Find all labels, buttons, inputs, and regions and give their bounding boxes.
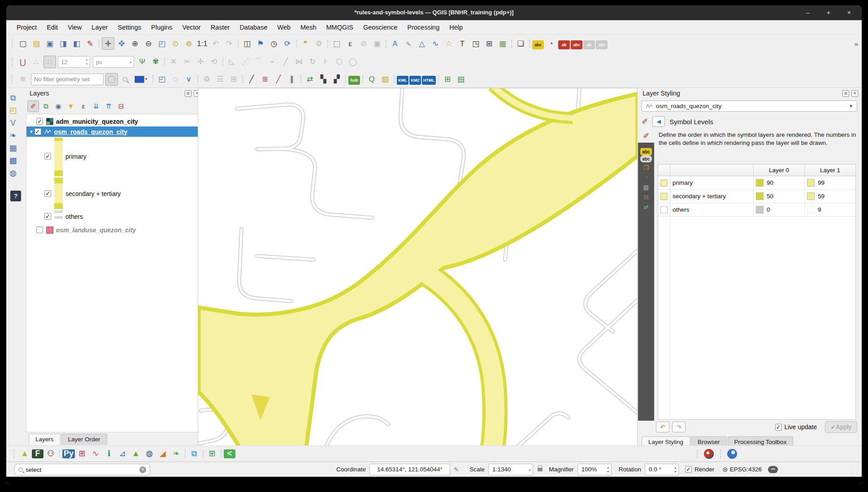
rule-item-secondary[interactable]: ✓ secondary + tertiary bbox=[26, 188, 203, 199]
fusion-plugin-icon[interactable]: F bbox=[32, 449, 43, 458]
marker-annotation-icon[interactable]: ☆ bbox=[443, 37, 455, 50]
layer1-cell[interactable]: 59 bbox=[805, 190, 855, 203]
grid-green-icon[interactable]: ⊞ bbox=[441, 73, 454, 85]
wrench-icon[interactable]: ⚙ bbox=[200, 73, 213, 85]
form-annotation-icon[interactable]: ⊞ bbox=[483, 37, 495, 50]
rule-checkbox[interactable]: ✓ bbox=[44, 213, 51, 220]
form-view-icon[interactable]: ⊞ bbox=[227, 73, 240, 85]
image-annotation-icon[interactable]: ▦ bbox=[496, 37, 509, 50]
rule-item-primary[interactable]: ✓ primary bbox=[26, 151, 203, 161]
open-styling-dock-icon[interactable]: ✐ bbox=[27, 100, 39, 112]
python-console-icon[interactable]: Py bbox=[62, 449, 75, 458]
show-hidden-labels-icon[interactable]: ab bbox=[583, 40, 595, 49]
line-annotation-icon[interactable]: ∿ bbox=[429, 37, 442, 50]
expand-arrow-icon[interactable]: ▾ bbox=[30, 129, 33, 135]
menu-item[interactable]: Web bbox=[272, 22, 295, 33]
reshape-icon[interactable]: ⌁ bbox=[266, 56, 278, 68]
save-project-icon[interactable]: ▣ bbox=[43, 37, 56, 50]
new-virtual-layer-icon[interactable]: ▦ bbox=[7, 142, 19, 154]
set-square-icon[interactable]: ◺ bbox=[226, 56, 238, 68]
swap-datasource-icon[interactable]: ⇄ bbox=[304, 73, 316, 85]
menu-item[interactable]: Help bbox=[444, 22, 468, 33]
attributes-form-icon[interactable]: ⊟ bbox=[640, 192, 652, 202]
menu-item[interactable]: Raster bbox=[206, 22, 235, 33]
filter-expression-icon[interactable]: ε bbox=[78, 100, 89, 112]
table-row[interactable]: others 0 9 bbox=[658, 203, 855, 217]
new-print-layout-icon[interactable]: ◨ bbox=[57, 37, 69, 50]
diagrams-icon[interactable]: ◔ bbox=[545, 38, 557, 50]
manage-themes-icon[interactable]: ◉ bbox=[52, 100, 64, 112]
undock-panel-icon[interactable]: ⧉ bbox=[842, 90, 849, 97]
resize-grip[interactable]: ⋮⋮ bbox=[850, 470, 860, 475]
checker-b-icon[interactable]: ▞ bbox=[330, 73, 343, 85]
rotate-features-icon[interactable]: ⟲ bbox=[208, 56, 220, 68]
plot-plugin-icon[interactable]: ⊿ bbox=[116, 447, 129, 460]
table-row[interactable]: secondary + tertiary 50 59 bbox=[658, 190, 855, 203]
zoom-to-selection-icon[interactable]: ⊙ bbox=[169, 37, 182, 50]
live-update-checkbox[interactable]: ✓ bbox=[775, 424, 782, 431]
pan-to-selection-icon[interactable]: ✜ bbox=[115, 37, 128, 50]
cut-features-icon[interactable]: ✂ bbox=[181, 56, 193, 68]
menu-item[interactable]: Database bbox=[234, 22, 272, 33]
extent-pen-icon[interactable]: ✎ bbox=[454, 466, 459, 473]
select-features-icon[interactable]: ⬚ bbox=[330, 37, 343, 50]
menu-item[interactable]: Vector bbox=[178, 22, 206, 33]
magnifier-spinbox[interactable]: 100%▲▼ bbox=[577, 464, 612, 475]
color-swatch-dropdown[interactable]: ▼ bbox=[132, 73, 150, 86]
rendering-icon[interactable]: ▨ bbox=[640, 182, 652, 192]
labels-icon[interactable]: abc bbox=[640, 148, 652, 155]
delta-plugin-icon[interactable]: ▲ bbox=[18, 448, 31, 460]
layer-item-osm-roads[interactable]: ▾ ✓ osm_roads_quezon_city bbox=[26, 126, 203, 137]
rotation-spinbox[interactable]: 0.0 °▲▼ bbox=[645, 464, 679, 475]
menu-item[interactable]: Processing bbox=[403, 22, 445, 33]
split-features-icon[interactable]: ╱ bbox=[279, 56, 292, 68]
trim-extend-icon[interactable]: ⊦ bbox=[320, 56, 332, 68]
water-globe-plugin-icon[interactable] bbox=[727, 449, 737, 459]
toolbar-grip[interactable] bbox=[720, 449, 721, 458]
menu-item[interactable]: Project bbox=[12, 22, 42, 33]
undo-button[interactable]: ↶ bbox=[656, 422, 669, 432]
add-grid-icon[interactable]: ⊞ bbox=[206, 447, 218, 460]
new-mesh-layer-icon[interactable]: ▩ bbox=[7, 154, 19, 167]
zoom-in-icon[interactable]: ⊕ bbox=[129, 37, 141, 50]
layer0-cell[interactable]: 0 bbox=[754, 203, 805, 216]
maximize-button[interactable]: + bbox=[823, 7, 834, 18]
filter-wave-icon[interactable]: ≋ bbox=[17, 73, 29, 86]
close-panel-icon[interactable]: ✕ bbox=[851, 90, 858, 97]
collapse-all-icon[interactable]: ⇈ bbox=[103, 100, 114, 112]
delete-selected-icon[interactable]: ✕ bbox=[167, 56, 180, 68]
layer-select-combo[interactable]: osm_roads_quezon_city ▼ bbox=[642, 100, 857, 112]
3d-view-icon[interactable]: ❒ bbox=[640, 162, 652, 172]
labeling-icon[interactable]: abc bbox=[532, 40, 544, 49]
move-label-icon[interactable]: abc bbox=[596, 40, 608, 49]
zoom-out-icon[interactable]: ⊖ bbox=[142, 37, 155, 50]
offset-curve-icon[interactable]: ⌒ bbox=[252, 56, 265, 68]
new-shapefile-icon[interactable]: V bbox=[7, 117, 19, 129]
help-icon[interactable]: ? bbox=[10, 191, 21, 201]
new-circles-icon[interactable]: ◌ bbox=[169, 73, 182, 86]
menu-item[interactable]: MMQGIS bbox=[321, 22, 358, 33]
qhub-icon[interactable]: hub bbox=[348, 76, 360, 85]
layer-item-adm-municity[interactable]: ✓ adm_municity_quezon_city bbox=[26, 116, 203, 126]
new-temp-layer-icon[interactable]: ◰ bbox=[156, 73, 168, 85]
redo-button[interactable]: ↷ bbox=[672, 422, 686, 432]
remove-layer-icon[interactable]: ⊟ bbox=[115, 100, 127, 112]
masks-icon[interactable]: abc bbox=[640, 155, 652, 162]
slope-convert-icon[interactable]: ╱ bbox=[245, 73, 258, 85]
menu-item[interactable]: Edit bbox=[42, 22, 63, 33]
new-project-icon[interactable]: ▢ bbox=[17, 37, 29, 50]
table-row[interactable]: primary 90 99 bbox=[658, 176, 855, 190]
highlight-labels-icon[interactable]: abc bbox=[571, 40, 582, 49]
undock-panel-icon[interactable]: ⧉ bbox=[185, 90, 191, 97]
annotation-icon[interactable]: A bbox=[389, 38, 401, 50]
info-tool-icon[interactable]: ℹ bbox=[103, 447, 115, 460]
digitize-shape-icon[interactable]: ✾ bbox=[149, 56, 162, 68]
data-source-manager-icon[interactable]: ⧉ bbox=[7, 91, 19, 104]
refresh-map-icon[interactable]: ⟳ bbox=[281, 37, 294, 50]
run-feature-action-icon[interactable]: ⚙ bbox=[312, 37, 325, 50]
tab-layers[interactable]: Layers bbox=[29, 434, 61, 445]
toolbar-grip[interactable] bbox=[12, 75, 13, 84]
rotate-point-icon[interactable]: ↻ bbox=[306, 56, 319, 68]
layer1-cell[interactable]: 9 bbox=[805, 203, 855, 216]
clear-filter-button[interactable]: ◯ bbox=[105, 73, 118, 86]
